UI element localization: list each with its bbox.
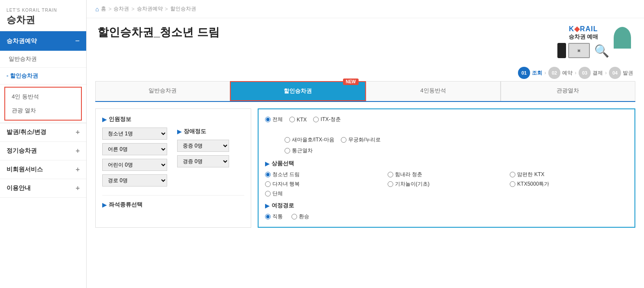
korail-devices: ▣ 🔍: [557, 43, 609, 58]
product-family-happy[interactable]: 다자녀 행복: [265, 180, 383, 188]
arrow-icon-product: ▶: [265, 160, 269, 167]
plant-decorations: [612, 27, 633, 49]
breadcrumb: ⌂ 홈 > 승차권 > 승차권예약 > 할인승차권: [87, 0, 644, 18]
step-label-4: 발권: [623, 69, 633, 77]
adult-row: 어른 0명: [102, 143, 171, 155]
sidebar-periodic-header[interactable]: 정기승차권 +: [0, 142, 86, 160]
step-1: 01 조회: [518, 67, 542, 79]
sidebar-guide-header[interactable]: 이용안내 +: [0, 179, 86, 198]
train-type-all-label: 전체: [272, 116, 283, 123]
sidebar-expand-icon2: +: [76, 147, 80, 155]
product-cheer-youth[interactable]: 힘내라 청춘: [388, 171, 506, 178]
tab-bar: 일반승차권 할인승차권 NEW 4인동반석 관광열차: [95, 81, 635, 102]
journey-direct[interactable]: 직통: [265, 213, 283, 220]
child-select[interactable]: 어린이 0명: [102, 159, 167, 171]
product-train-play-radio[interactable]: [388, 181, 393, 187]
step-2: 02 예약: [548, 67, 573, 79]
breadcrumb-level1[interactable]: 승차권: [113, 5, 129, 13]
sidebar-item-group-ticket[interactable]: 4인 동반석: [5, 90, 81, 104]
journey-title-label: 여정경로: [272, 202, 294, 209]
sidebar-logo: LET'S KORAIL TRAIN 승차권: [0, 0, 86, 31]
train-type-ktx[interactable]: KTX: [289, 117, 307, 123]
train-type-mugungwha-radio[interactable]: [341, 137, 346, 143]
sidebar-reservation-section: 승차권예약 − 일반승차권 - 할인승차권 4인 동반석 관광 열차: [0, 31, 86, 121]
train-type-saemaul-radio[interactable]: [285, 137, 290, 143]
product-youth-dream-label: 청소년 드림: [272, 171, 300, 178]
journey-direct-label: 직통: [272, 213, 283, 220]
arrow-icon-disability: ▶: [177, 128, 181, 135]
product-comfortable-ktx[interactable]: 맘편한 KTX: [510, 171, 628, 178]
mild-select[interactable]: 경증 0명: [177, 155, 229, 167]
product-group-radio[interactable]: [265, 191, 271, 196]
step-arrow-3: ›: [605, 70, 607, 76]
train-type-all[interactable]: 전체: [265, 116, 283, 123]
train-type-commute[interactable]: 통근열차: [285, 147, 313, 154]
product-section: ▶ 상품선택 청소년 드림 힘내라 청춘: [265, 160, 628, 197]
train-type-itx[interactable]: ITX-청춘: [313, 116, 341, 123]
product-ktx5000-radio[interactable]: [510, 181, 515, 187]
korail-subtitle-text: 승차권 예매: [557, 33, 609, 41]
tab-discount-ticket[interactable]: 할인승차권 NEW: [230, 81, 366, 101]
person-disability-row: 청소년 1명 어른 0명 어린이 0명: [102, 128, 244, 190]
step-circle-2: 02: [548, 67, 560, 79]
sidebar-item-tour-train[interactable]: 관광 열차: [5, 104, 81, 118]
main-header: 할인승차권_청소년 드림 K◆RAIL 승차권 예매 ▣ 🔍: [87, 18, 644, 62]
youth-select[interactable]: 청소년 1명: [102, 128, 167, 140]
product-cheer-youth-radio[interactable]: [388, 172, 393, 177]
sidebar-guide-label: 이용안내: [6, 184, 31, 192]
step-4: 04 발권: [609, 67, 633, 79]
step-circle-3: 03: [579, 67, 591, 79]
tab-group-seat[interactable]: 4인동반석: [366, 81, 501, 101]
product-cheer-youth-label: 힘내라 청춘: [395, 171, 422, 178]
train-type-itx-radio[interactable]: [313, 117, 319, 122]
sidebar-ticket-reservation-header[interactable]: 승차권예약 −: [0, 31, 86, 51]
sidebar-issue-section: 발권/취소/변경 + 정기승차권 + 비회원서비스 + 이용안내 +: [0, 123, 86, 198]
disability-section-title: ▶ 장애정도: [177, 128, 229, 135]
tab-discount-ticket-label: 할인승차권: [284, 88, 312, 94]
train-type-saemaul-label: 새마을호/ITX-마음: [292, 136, 334, 144]
train-type-itx-label: ITX-청춘: [320, 116, 341, 123]
sidebar-issue-cancel-header[interactable]: 발권/취소/변경 +: [0, 123, 86, 142]
adult-select[interactable]: 어른 0명: [102, 143, 167, 155]
senior-select[interactable]: 경로 0명: [102, 174, 167, 187]
train-type-commute-radio[interactable]: [285, 148, 290, 154]
product-section-title: ▶ 상품선택: [265, 160, 628, 167]
magnifier-icon: 🔍: [594, 44, 609, 58]
product-family-happy-radio[interactable]: [265, 181, 271, 187]
form-divider: [102, 195, 244, 196]
train-type-ktx-radio[interactable]: [289, 117, 295, 122]
step-arrow-2: ›: [575, 70, 576, 76]
product-youth-dream-radio[interactable]: [265, 172, 271, 177]
journey-route-group: 직통 환승: [265, 213, 628, 220]
train-type-saemaul[interactable]: 새마을호/ITX-마음: [285, 136, 334, 144]
product-group[interactable]: 단체: [265, 190, 383, 197]
sidebar-item-general-ticket[interactable]: 일반승차권: [0, 51, 86, 68]
product-youth-dream[interactable]: 청소년 드림: [265, 171, 383, 178]
options-panel: 전체 KTX ITX-청춘: [258, 108, 635, 228]
product-train-play[interactable]: 기차놀이(기초): [388, 180, 506, 188]
train-type-all-radio[interactable]: [265, 117, 271, 122]
disability-selects: ▶ 장애정도 중증 0명 경증 0명: [177, 128, 229, 190]
train-type-mugungwha[interactable]: 무궁화/누리로: [341, 136, 381, 144]
sidebar-item-discount-ticket[interactable]: - 할인승차권: [0, 68, 86, 85]
tab-general-ticket-label: 일반승차권: [149, 87, 177, 94]
breadcrumb-sep2: >: [131, 6, 134, 12]
journey-direct-radio[interactable]: [265, 214, 271, 219]
train-type-ktx-label: KTX: [297, 117, 307, 123]
sidebar-nonmember-header[interactable]: 비회원서비스 +: [0, 160, 86, 179]
product-comfortable-ktx-radio[interactable]: [510, 172, 515, 177]
breadcrumb-level2[interactable]: 승차권예약: [137, 5, 163, 13]
seat-type-section-title: ▶ 좌석종류선택: [102, 201, 244, 209]
product-family-happy-label: 다자녀 행복: [272, 180, 300, 188]
journey-transfer-radio[interactable]: [291, 214, 297, 219]
tab-tour-train[interactable]: 관광열차: [501, 81, 635, 101]
severe-select[interactable]: 중증 0명: [177, 140, 229, 152]
journey-section: ▶ 여정경로 직통 환승: [265, 202, 628, 220]
journey-transfer[interactable]: 환승: [291, 213, 309, 220]
main-content: ⌂ 홈 > 승차권 > 승차권예약 > 할인승차권 할인승차권_청소년 드림 K…: [87, 0, 644, 288]
senior-row: 경로 0명: [102, 174, 171, 187]
breadcrumb-home[interactable]: 홈: [101, 5, 106, 13]
product-ktx5000[interactable]: KTX5000특가: [510, 180, 628, 188]
tab-general-ticket[interactable]: 일반승차권: [95, 81, 230, 101]
tab-group-seat-label: 4인동반석: [421, 87, 446, 94]
